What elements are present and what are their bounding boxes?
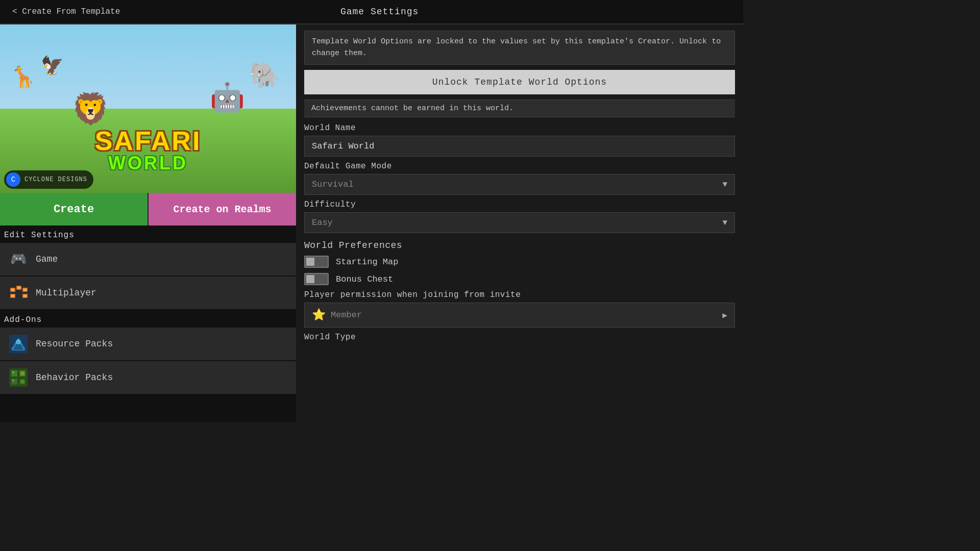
starting-map-label: Starting Map [336,257,398,267]
behavior-packs-icon [8,367,29,388]
creator-badge: C CYCLONE DESIGNS [4,170,93,189]
difficulty-value: Easy [312,218,333,228]
settings-item-game[interactable]: 🎮 Game [0,243,296,277]
star-icon: ⭐ [312,308,326,322]
back-label: < Create From Template [12,7,120,16]
multiplayer-label: Multiplayer [36,288,96,298]
permission-label: Player permission when joining from invi… [304,290,735,299]
bonus-chest-row: Bonus Chest [304,273,735,285]
game-mode-value: Survival [312,180,354,189]
addons-label: Add-Ons [0,310,296,328]
main-layout: 🦒 🐘 🦅 🦁 🤖 SAFARI WORLD C CYCLONE DESIGNS [0,24,743,422]
bird-decoration: 🦅 [41,55,64,78]
world-name-label: World Name [304,123,735,133]
permission-arrow-icon: ▶ [722,310,727,320]
right-panel: Template World Options are locked to the… [296,24,743,422]
safari-text: SAFARI [95,128,202,154]
svg-rect-21 [20,380,24,384]
svg-rect-11 [13,344,23,349]
creator-name: CYCLONE DESIGNS [24,176,87,183]
svg-rect-7 [11,295,14,297]
safari-title: SAFARI WORLD [95,128,202,172]
game-icon: 🎮 [8,249,29,269]
svg-rect-17 [20,371,24,375]
difficulty-label: Difficulty [304,200,735,209]
bonus-chest-thumb [306,275,314,283]
game-image: 🦒 🐘 🦅 🦁 🤖 SAFARI WORLD C CYCLONE DESIGNS [0,24,296,193]
world-text: WORLD [95,154,202,172]
game-mode-arrow-icon: ▼ [722,180,727,189]
difficulty-dropdown[interactable]: Easy ▼ [304,212,735,233]
world-type-label: World Type [304,333,735,342]
giraffe-decoration: 🦒 [10,65,36,90]
game-image-bg: 🦒 🐘 🦅 🦁 🤖 SAFARI WORLD C CYCLONE DESIGNS [0,24,296,193]
achievements-notice: Achievements cannot be earned in this wo… [304,99,735,117]
elephant-decoration: 🐘 [249,60,281,91]
left-panel: 🦒 🐘 🦅 🦁 🤖 SAFARI WORLD C CYCLONE DESIGNS [0,24,296,422]
game-mode-label: Default Game Mode [304,162,735,171]
game-label: Game [36,254,58,264]
game-mode-dropdown[interactable]: Survival ▼ [304,174,735,195]
page-title: Game Settings [340,7,419,17]
permission-left: ⭐ Member [312,308,362,322]
settings-item-resource-packs[interactable]: Resource Packs [0,328,296,361]
starting-map-toggle[interactable] [304,256,329,268]
creator-icon-char: C [11,176,15,184]
bonus-chest-label: Bonus Chest [336,274,393,284]
svg-rect-15 [12,371,14,373]
back-button[interactable]: < Create From Template [12,7,120,16]
lion-decoration: 🦁 [71,91,110,129]
unlock-button[interactable]: Unlock Template World Options [304,70,735,94]
svg-rect-1 [11,289,14,291]
edit-settings-label: Edit Settings [0,226,296,243]
starting-map-row: Starting Map [304,256,735,268]
settings-item-behavior-packs[interactable]: Behavior Packs [0,361,296,395]
permission-value: Member [331,310,362,320]
settings-item-multiplayer[interactable]: Multiplayer [0,277,296,310]
svg-rect-3 [17,287,20,289]
svg-rect-5 [23,289,27,291]
locked-notice: Template World Options are locked to the… [304,31,735,65]
permission-dropdown[interactable]: ⭐ Member ▶ [304,303,735,328]
robot-decoration: 🤖 [210,81,245,115]
difficulty-arrow-icon: ▼ [722,218,727,228]
resource-packs-icon [8,334,29,354]
resource-packs-label: Resource Packs [36,339,113,349]
world-name-field[interactable]: Safari World [304,136,735,157]
creator-avatar: C [6,172,20,187]
multiplayer-icon [8,283,29,303]
action-buttons: Create Create on Realms [0,193,296,226]
create-button[interactable]: Create [0,193,149,226]
create-on-realms-button[interactable]: Create on Realms [149,193,296,226]
starting-map-thumb [306,258,314,266]
svg-rect-9 [23,295,27,297]
svg-rect-19 [12,380,14,382]
bonus-chest-toggle[interactable] [304,273,329,285]
world-preferences-heading: World Preferences [304,240,735,251]
behavior-packs-label: Behavior Packs [36,372,113,383]
header: < Create From Template Game Settings [0,0,743,24]
